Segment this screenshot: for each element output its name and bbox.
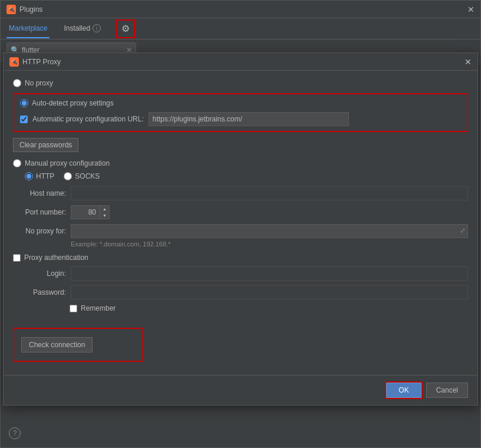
password-input[interactable] (71, 285, 468, 299)
auto-detect-radio[interactable] (20, 99, 28, 107)
no-proxy-radio[interactable] (13, 79, 21, 87)
port-number-row: Port number: ▲ ▼ (13, 205, 468, 219)
http-socks-row: HTTP SOCKS (25, 172, 468, 180)
tab-marketplace-label: Marketplace (9, 24, 47, 32)
plugins-titlebar: 🔌 Plugins ✕ (1, 1, 480, 18)
no-proxy-for-input[interactable] (71, 224, 468, 238)
remember-checkbox[interactable] (70, 305, 77, 312)
plugins-window: 🔌 Plugins ✕ Marketplace Installed i ⚙ 🔍 … (0, 0, 481, 448)
password-row: Password: (13, 285, 468, 299)
no-proxy-row: No proxy (13, 79, 468, 87)
no-proxy-label: No proxy (25, 79, 53, 87)
no-proxy-input-wrap: ⤢ (71, 224, 468, 238)
auto-detect-row: Auto-detect proxy settings (20, 99, 461, 107)
tab-installed[interactable]: Installed i (61, 19, 103, 38)
remember-label: Remember (81, 304, 116, 312)
proxy-title: 🔌 HTTP Proxy (9, 57, 61, 67)
socks-radio[interactable] (64, 172, 72, 180)
settings-gear-button[interactable]: ⚙ (117, 21, 134, 37)
plugins-window-title: Plugins (19, 5, 42, 14)
auto-proxy-url-label: Automatic proxy configuration URL: (32, 115, 144, 123)
tab-marketplace[interactable]: Marketplace (6, 19, 50, 38)
proxy-auth-checkbox[interactable] (13, 254, 21, 262)
plugins-tabs: Marketplace Installed i ⚙ (1, 18, 480, 39)
host-name-input[interactable] (71, 186, 468, 200)
http-radio[interactable] (25, 172, 33, 180)
cancel-button[interactable]: Cancel (426, 383, 468, 398)
auto-proxy-url-checkbox[interactable] (20, 116, 28, 123)
remember-row: Remember (70, 304, 468, 312)
proxy-dialog: 🔌 HTTP Proxy ✕ No proxy Auto-detect prox… (3, 52, 478, 406)
proxy-close-button[interactable]: ✕ (464, 57, 472, 67)
proxy-footer: OK Cancel (4, 375, 477, 405)
proxy-content: No proxy Auto-detect proxy settings Auto… (4, 71, 477, 370)
password-label: Password: (13, 288, 66, 297)
tab-installed-label: Installed (64, 24, 90, 32)
help-button[interactable]: ? (9, 427, 21, 439)
login-input[interactable] (71, 266, 468, 281)
check-connection-section: Check connection (13, 328, 143, 362)
manual-proxy-label: Manual proxy configuration (25, 159, 110, 167)
login-label: Login: (13, 269, 66, 278)
plugins-close-button[interactable]: ✕ (467, 5, 475, 14)
ok-button[interactable]: OK (386, 383, 421, 398)
port-wrap: ▲ ▼ (71, 205, 110, 219)
port-input[interactable] (71, 205, 100, 219)
installed-info-icon: i (93, 24, 101, 32)
proxy-titlebar: 🔌 HTTP Proxy ✕ (4, 53, 477, 71)
titlebar-left: 🔌 Plugins (6, 5, 42, 14)
example-text: Example: *.domain.com, 192.168.* (71, 241, 468, 248)
auto-detect-label: Auto-detect proxy settings (32, 99, 114, 107)
port-spinner: ▲ ▼ (100, 205, 110, 219)
proxy-auth-label: Proxy authentication (24, 253, 88, 262)
manual-proxy-radio[interactable] (13, 159, 21, 167)
socks-label: SOCKS (75, 172, 100, 180)
check-connection-button[interactable]: Check connection (21, 337, 93, 353)
proxy-title-icon: 🔌 (9, 57, 19, 67)
host-name-label: Host name: (13, 189, 66, 197)
auto-detect-section: Auto-detect proxy settings Automatic pro… (13, 93, 468, 132)
auto-proxy-url-row: Automatic proxy configuration URL: (20, 112, 461, 126)
proxy-auth-row: Proxy authentication (13, 253, 468, 262)
port-up-button[interactable]: ▲ (100, 206, 109, 212)
port-down-button[interactable]: ▼ (100, 212, 109, 219)
http-label: HTTP (36, 172, 54, 180)
host-name-row: Host name: (13, 186, 468, 200)
proxy-dialog-title: HTTP Proxy (22, 58, 61, 66)
expand-icon: ⤢ (460, 226, 466, 235)
no-proxy-for-label: No proxy for: (13, 227, 66, 235)
clear-passwords-button[interactable]: Clear passwords (13, 138, 78, 152)
port-number-label: Port number: (13, 208, 66, 216)
login-row: Login: (13, 266, 468, 281)
manual-proxy-header: Manual proxy configuration (13, 159, 468, 167)
no-proxy-for-row: No proxy for: ⤢ (13, 224, 468, 238)
plugins-title-icon: 🔌 (6, 5, 16, 14)
proxy-url-input[interactable] (149, 112, 349, 126)
